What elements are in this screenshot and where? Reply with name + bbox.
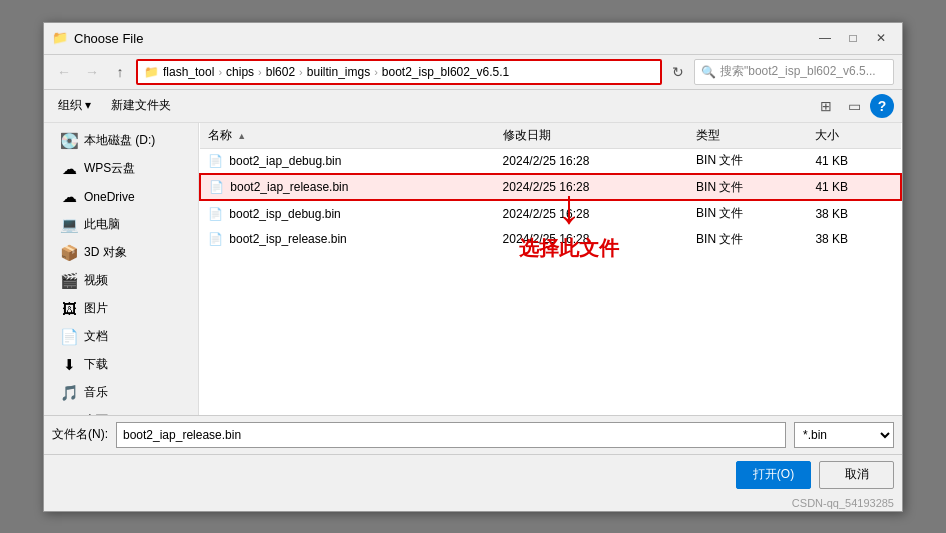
search-box[interactable]: 🔍 搜索"boot2_isp_bl602_v6.5...: [694, 59, 894, 85]
dialog-title: Choose File: [74, 31, 812, 46]
sidebar-label-video: 视频: [84, 272, 108, 289]
music-icon: 🎵: [60, 385, 78, 401]
title-controls: — □ ✕: [812, 28, 894, 48]
forward-button[interactable]: →: [80, 60, 104, 84]
title-bar: 📁 Choose File — □ ✕: [44, 23, 902, 55]
sidebar-label-local-d: 本地磁盘 (D:): [84, 132, 155, 149]
sidebar-label-this-pc: 此电脑: [84, 216, 120, 233]
main-area: 💽 本地磁盘 (D:) ☁ WPS云盘 ☁ OneDrive 💻 此电脑 📦 3…: [44, 123, 902, 415]
file-name-cell: 📄 boot2_iap_release.bin: [200, 174, 495, 200]
up-button[interactable]: ↑: [108, 60, 132, 84]
col-date[interactable]: 修改日期: [495, 123, 688, 149]
onedrive-icon: ☁: [60, 189, 78, 205]
file-icon: 📄: [209, 180, 223, 194]
refresh-button[interactable]: ↻: [666, 60, 690, 84]
table-row[interactable]: 📄 boot2_isp_release.bin 2024/2/25 16:28 …: [200, 226, 901, 252]
breadcrumb-icon: 📁: [144, 65, 159, 79]
organize-button[interactable]: 组织 ▾: [52, 93, 97, 119]
maximize-button[interactable]: □: [840, 28, 866, 48]
sidebar-label-pictures: 图片: [84, 300, 108, 317]
file-name-cell: 📄 boot2_isp_release.bin: [200, 226, 495, 252]
cancel-button[interactable]: 取消: [819, 461, 894, 489]
sidebar-item-wps[interactable]: ☁ WPS云盘: [44, 155, 198, 183]
file-type: BIN 文件: [688, 200, 807, 226]
3d-icon: 📦: [60, 245, 78, 261]
table-row[interactable]: 📄 boot2_isp_debug.bin 2024/2/25 16:28 BI…: [200, 200, 901, 226]
files-table: 名称 ▲ 修改日期 类型 大小 📄 boot2_iap_debug.bin: [199, 123, 902, 253]
sidebar-label-3d: 3D 对象: [84, 244, 127, 261]
pictures-icon: 🖼: [60, 301, 78, 317]
breadcrumb-flash_tool: flash_tool: [163, 65, 214, 79]
file-table: 名称 ▲ 修改日期 类型 大小 📄 boot2_iap_debug.bin: [199, 123, 902, 415]
sidebar-item-onedrive[interactable]: ☁ OneDrive: [44, 183, 198, 211]
col-type[interactable]: 类型: [688, 123, 807, 149]
sidebar-label-downloads: 下载: [84, 356, 108, 373]
file-name-cell: 📄 boot2_iap_debug.bin: [200, 148, 495, 174]
col-name[interactable]: 名称 ▲: [200, 123, 495, 149]
file-size: 41 KB: [807, 174, 901, 200]
file-name: boot2_isp_debug.bin: [229, 207, 340, 221]
file-name-cell: 📄 boot2_isp_debug.bin: [200, 200, 495, 226]
close-button[interactable]: ✕: [868, 28, 894, 48]
file-name: boot2_iap_release.bin: [230, 180, 348, 194]
new-folder-button[interactable]: 新建文件夹: [105, 93, 177, 119]
filename-input[interactable]: [116, 422, 786, 448]
help-button[interactable]: ?: [870, 94, 894, 118]
sidebar-item-music[interactable]: 🎵 音乐: [44, 379, 198, 407]
file-area: 名称 ▲ 修改日期 类型 大小 📄 boot2_iap_debug.bin: [199, 123, 902, 415]
search-placeholder: 搜索"boot2_isp_bl602_v6.5...: [720, 63, 876, 80]
open-button[interactable]: 打开(O): [736, 461, 811, 489]
pc-icon: 💻: [60, 217, 78, 233]
sidebar-item-3d[interactable]: 📦 3D 对象: [44, 239, 198, 267]
file-size: 41 KB: [807, 148, 901, 174]
address-row: ← → ↑ 📁 flash_tool › chips › bl602 › bui…: [44, 55, 902, 90]
cloud-icon: ☁: [60, 161, 78, 177]
sidebar-item-local-d[interactable]: 💽 本地磁盘 (D:): [44, 127, 198, 155]
file-name: boot2_isp_release.bin: [229, 232, 346, 246]
disk-icon: 💽: [60, 133, 78, 149]
minimize-button[interactable]: —: [812, 28, 838, 48]
table-row-selected[interactable]: 📄 boot2_iap_release.bin 2024/2/25 16:28 …: [200, 174, 901, 200]
col-size[interactable]: 大小: [807, 123, 901, 149]
address-bar[interactable]: 📁 flash_tool › chips › bl602 › builtin_i…: [136, 59, 662, 85]
preview-button[interactable]: ▭: [842, 94, 866, 118]
breadcrumb-builtin_imgs: builtin_imgs: [307, 65, 370, 79]
file-name: boot2_iap_debug.bin: [229, 154, 341, 168]
file-chooser-dialog: 📁 Choose File — □ ✕ ← → ↑ 📁 flash_tool ›…: [43, 22, 903, 512]
sidebar-label-onedrive: OneDrive: [84, 190, 135, 204]
sidebar-label-docs: 文档: [84, 328, 108, 345]
filetype-select[interactable]: *.bin: [794, 422, 894, 448]
watermark: CSDN-qq_54193285: [44, 495, 902, 511]
toolbar-row: 组织 ▾ 新建文件夹 ⊞ ▭ ?: [44, 90, 902, 123]
bottom-bar: 文件名(N): *.bin: [44, 415, 902, 454]
back-button[interactable]: ←: [52, 60, 76, 84]
file-icon: 📄: [208, 154, 222, 168]
file-date: 2024/2/25 16:28: [495, 226, 688, 252]
file-date: 2024/2/25 16:28: [495, 174, 688, 200]
dialog-icon: 📁: [52, 30, 68, 46]
file-size: 38 KB: [807, 226, 901, 252]
file-size: 38 KB: [807, 200, 901, 226]
search-icon: 🔍: [701, 65, 716, 79]
sidebar-item-desktop[interactable]: 🖥 桌面: [44, 407, 198, 415]
breadcrumb-boot2: boot2_isp_bl602_v6.5.1: [382, 65, 509, 79]
file-type: BIN 文件: [688, 148, 807, 174]
video-icon: 🎬: [60, 273, 78, 289]
view-controls: ⊞ ▭ ?: [814, 94, 894, 118]
table-row[interactable]: 📄 boot2_iap_debug.bin 2024/2/25 16:28 BI…: [200, 148, 901, 174]
breadcrumb-chips: chips: [226, 65, 254, 79]
sidebar-item-video[interactable]: 🎬 视频: [44, 267, 198, 295]
view-toggle-button[interactable]: ⊞: [814, 94, 838, 118]
sidebar: 💽 本地磁盘 (D:) ☁ WPS云盘 ☁ OneDrive 💻 此电脑 📦 3…: [44, 123, 199, 415]
sidebar-item-this-pc[interactable]: 💻 此电脑: [44, 211, 198, 239]
file-date: 2024/2/25 16:28: [495, 200, 688, 226]
file-date: 2024/2/25 16:28: [495, 148, 688, 174]
file-icon: 📄: [208, 207, 222, 221]
file-icon: 📄: [208, 232, 222, 246]
sidebar-item-downloads[interactable]: ⬇ 下载: [44, 351, 198, 379]
sidebar-item-docs[interactable]: 📄 文档: [44, 323, 198, 351]
filename-label: 文件名(N):: [52, 426, 108, 443]
file-type: BIN 文件: [688, 226, 807, 252]
sidebar-item-pictures[interactable]: 🖼 图片: [44, 295, 198, 323]
sidebar-label-music: 音乐: [84, 384, 108, 401]
